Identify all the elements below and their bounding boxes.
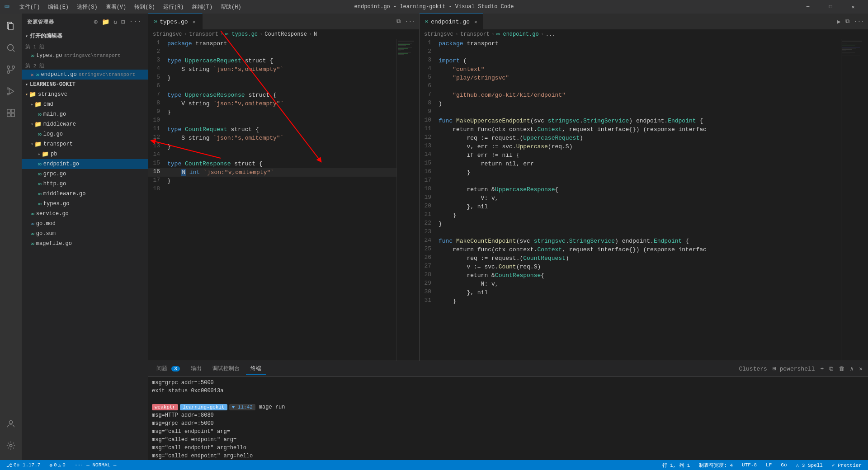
menu-view[interactable]: 查看(V) [102, 2, 130, 12]
line-8: 8 V string `json:"v,omitempty"` [148, 99, 419, 108]
powershell-icon[interactable]: ⊞ powershell [771, 364, 817, 373]
bc-r-ellipsis[interactable]: ... [546, 31, 556, 38]
status-normal-mode[interactable]: ··· — NORMAL — [72, 460, 119, 470]
activity-search[interactable] [0, 37, 22, 59]
tree-go-sum[interactable]: ∞ go.sum [22, 229, 148, 239]
tab-types-go-close[interactable]: ✕ [193, 19, 196, 25]
open-file-endpoint[interactable]: ✕ ∞ endpoint.go stringsvc\transport [22, 70, 148, 80]
tab-terminal[interactable]: 终端 [246, 363, 266, 375]
add-terminal-icon[interactable]: + [819, 365, 826, 373]
more-right-icon[interactable]: ··· [852, 17, 866, 26]
activity-settings[interactable] [0, 435, 22, 456]
run-icon[interactable]: ▶ [835, 17, 843, 26]
close-file-icon[interactable]: ✕ [31, 72, 34, 78]
tab-endpoint-go[interactable]: ∞ endpoint.go ✕ [420, 14, 483, 29]
split-editor-icon[interactable]: ⧉ [395, 17, 402, 26]
line-15: 15type CountResponse struct { [148, 160, 419, 168]
status-eol[interactable]: LF [763, 460, 774, 470]
r-line-2: 2 [420, 48, 868, 56]
status-git[interactable]: ⎇ Go 1.17.7 [4, 460, 43, 470]
collapse-all-icon[interactable]: ⊟ [120, 17, 126, 27]
new-folder-icon[interactable]: 📁 [101, 17, 111, 27]
minimize-button[interactable]: ─ [797, 0, 818, 14]
status-encoding[interactable]: UTF-8 [739, 460, 760, 470]
bc-r-transport[interactable]: transport [460, 31, 490, 38]
bc-r-stringsvc[interactable]: stringsvc [424, 31, 453, 38]
right-code-area[interactable]: 1package transport 2 3import ( 4 "contex… [420, 39, 868, 361]
tab-output[interactable]: 输出 [186, 363, 206, 375]
status-spell[interactable]: △ 3 Spell [793, 460, 826, 470]
bc-r-endpoint[interactable]: ∞ endpoint.go [496, 31, 539, 38]
tree-stringsvc[interactable]: ▾ 📁 stringsvc [22, 89, 148, 99]
menu-select[interactable]: 选择(S) [73, 2, 101, 12]
split-terminal-icon[interactable]: ⧉ [827, 365, 835, 373]
bc-stringsvc[interactable]: stringsvc [153, 31, 182, 38]
more-actions-icon[interactable]: ··· [128, 17, 143, 27]
split-right-icon[interactable]: ⧉ [844, 17, 851, 26]
activity-files[interactable] [0, 15, 22, 37]
tree-http-go[interactable]: ∞ http.go [22, 179, 148, 189]
tree-grpc-go[interactable]: ∞ grpc.go [22, 169, 148, 179]
r-line-27: 27 v := svc.Count(req.S) [420, 263, 868, 271]
left-breadcrumb: stringsvc › transport › ∞ types.go › Cou… [148, 29, 419, 39]
tree-log-go[interactable]: ∞ log.go [22, 129, 148, 139]
tab-problems[interactable]: 问题 3 [152, 363, 184, 375]
chevron-up-icon[interactable]: ∧ [848, 364, 855, 373]
trash-icon[interactable]: 🗑 [837, 365, 846, 373]
tree-types-go[interactable]: ∞ types.go [22, 199, 148, 209]
svg-line-3 [13, 50, 14, 52]
r-line-13: 13 v, err := svc.Uppercase(req.S) [420, 142, 868, 151]
menu-file[interactable]: 文件(F) [16, 2, 44, 12]
go-file-icon2: ∞ [36, 71, 39, 78]
eol-label: LF [766, 462, 772, 468]
menu-goto[interactable]: 转到(G) [131, 2, 159, 12]
status-prettier[interactable]: ✓ Prettier [829, 460, 864, 470]
tree-endpoint-go[interactable]: ∞ endpoint.go [22, 159, 148, 169]
menu-edit[interactable]: 编辑(E) [44, 2, 72, 12]
bc-countresponse[interactable]: CountResponse [264, 31, 307, 38]
new-file-icon[interactable]: ⊕ [93, 17, 99, 27]
tree-transport[interactable]: ▾ 📁 transport [22, 139, 148, 149]
activity-scm[interactable] [0, 59, 22, 80]
status-cursor-pos[interactable]: 行 1, 列 1 [660, 460, 693, 470]
tab-endpoint-go-close[interactable]: ✕ [474, 19, 477, 25]
activity-accounts[interactable] [0, 413, 22, 435]
project-section[interactable]: ▾ LEARNING-GOKIT [22, 80, 148, 89]
bc-n[interactable]: N [314, 31, 317, 38]
maximize-button[interactable]: □ [820, 0, 841, 14]
refresh-icon[interactable]: ↻ [113, 17, 118, 27]
status-indent[interactable]: 制表符宽度: 4 [696, 460, 736, 470]
tree-go-mod[interactable]: ∞ go.mod [22, 219, 148, 229]
sidebar-title: 资源管理器 ⊕ 📁 ↻ ⊟ ··· [22, 14, 148, 30]
go-icon-grpc: ∞ [38, 171, 42, 178]
tree-middleware-go[interactable]: ∞ middleware.go [22, 189, 148, 199]
status-errors[interactable]: ⊕ 0 ⚠ 0 [47, 460, 68, 470]
r-line-30: 30 }, nil [420, 288, 868, 297]
tree-cmd[interactable]: ▸ 📁 cmd [22, 99, 148, 109]
activity-debug[interactable] [0, 80, 22, 102]
menu-terminal[interactable]: 终端(T) [189, 2, 217, 12]
activity-extensions[interactable] [0, 102, 22, 124]
left-code-area[interactable]: 1package transport 2 3type UppercaseRequ… [148, 39, 419, 361]
menu-help[interactable]: 帮助(H) [217, 2, 245, 12]
status-language[interactable]: Go [778, 460, 789, 470]
expand-icon-transport: ▾ [31, 141, 33, 147]
tree-main-go[interactable]: ∞ main.go [22, 109, 148, 119]
open-editors-section[interactable]: ▾ 打开的编辑器 [22, 30, 148, 42]
menu-run[interactable]: 运行(R) [160, 2, 188, 12]
minimap-content [397, 39, 419, 56]
close-panel-icon[interactable]: ✕ [857, 364, 864, 373]
tree-magefile-go[interactable]: ∞ magefile.go [22, 239, 148, 249]
more-tabs-icon[interactable]: ··· [403, 17, 417, 26]
bc-types-go[interactable]: ∞ types.go [225, 31, 258, 38]
tree-pb[interactable]: ▸ 📁 pb [22, 149, 148, 159]
terminal-content[interactable]: msg=grpc addr=:5000 exit status 0xc00001… [148, 377, 868, 460]
r-line-20: 20 }, nil [420, 202, 868, 211]
bc-transport[interactable]: transport [189, 31, 218, 38]
tab-types-go[interactable]: ∞ types.go ✕ [148, 14, 203, 29]
open-file-types[interactable]: ∞ types.go stringsvc\transport [22, 51, 148, 61]
close-button[interactable]: ✕ [843, 0, 863, 14]
tree-middleware[interactable]: ▾ 📁 middleware [22, 119, 148, 129]
tab-debug-console[interactable]: 调试控制台 [208, 363, 244, 375]
tree-service-go[interactable]: ∞ service.go [22, 209, 148, 219]
